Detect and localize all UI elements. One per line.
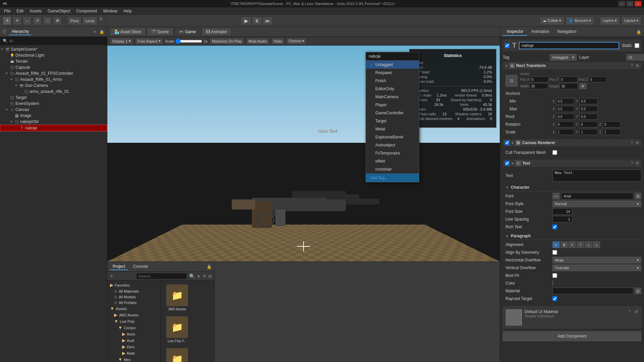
gear-icon[interactable]: ⚙ — [636, 161, 639, 166]
font-size-input[interactable] — [552, 208, 573, 215]
scale-x-input[interactable] — [556, 129, 575, 135]
list-item[interactable]: T naboje — [0, 125, 107, 131]
material-picker-button[interactable]: ◎ — [635, 288, 641, 294]
display-dropdown[interactable]: Display 1 ▾ — [110, 38, 133, 45]
tag-item-animobject[interactable]: Animobject — [366, 141, 419, 149]
align-top-button[interactable]: ⊤ — [577, 241, 584, 248]
tag-item-crosshair[interactable]: crosshair — [366, 165, 419, 173]
close-button[interactable]: ✕ — [635, 1, 641, 6]
sidebar-item-dem[interactable]: ▶ Dem — [107, 344, 161, 350]
paragraph-section-header[interactable]: ▼ Paragraph — [505, 232, 641, 240]
tag-item-explosivebarrel[interactable]: ExplosiveBarrel — [366, 133, 419, 141]
minimize-button[interactable]: ─ — [619, 1, 625, 6]
gear-icon[interactable]: ⚙ — [636, 140, 639, 145]
tag-item-untagged[interactable]: ✓ Untagged — [366, 61, 419, 69]
width-input[interactable] — [530, 83, 548, 89]
menu-help[interactable]: Help — [121, 8, 135, 14]
list-item[interactable]: ▼ ⬛ Assault_Rifle_01_FPSController — [0, 70, 107, 76]
anchor-max-y-input[interactable] — [579, 106, 598, 112]
scale-slider[interactable] — [175, 39, 202, 44]
add-component-button[interactable]: Add Component — [503, 331, 641, 341]
maximize-button[interactable]: □ — [627, 1, 633, 6]
best-fit-checkbox[interactable] — [552, 273, 557, 278]
help-icon[interactable]: ? — [631, 63, 633, 68]
rich-text-checkbox[interactable] — [552, 225, 557, 229]
list-item[interactable]: 📁 JMO Assets — [164, 283, 191, 312]
sidebar-item-mes[interactable]: ▼ Mes — [107, 356, 161, 362]
scale-z-input[interactable] — [602, 129, 621, 135]
tag-item-target[interactable]: Target — [366, 117, 419, 125]
font-input[interactable] — [561, 193, 633, 199]
tag-item-respawn[interactable]: Respawn — [366, 69, 419, 77]
align-left-button[interactable]: ≡ — [552, 241, 560, 248]
tab-navigation[interactable]: Navigation — [553, 28, 581, 36]
rect-transform-header[interactable]: ▼ ⊞ Rect Transform ? ⚙ — [503, 62, 641, 70]
tag-item-metal[interactable]: Metal — [366, 125, 419, 133]
canvas-renderer-enabled[interactable] — [505, 140, 509, 145]
tab-asset-store[interactable]: 🏪 Asset Store — [110, 28, 146, 36]
pause-button[interactable]: ⏸ — [252, 16, 262, 25]
menu-gameobject[interactable]: GameObject — [45, 8, 73, 14]
tab-inspector[interactable]: Inspector — [503, 28, 527, 36]
expand-button[interactable]: ⊞ — [579, 83, 587, 89]
list-item[interactable]: ▼ □ Canvas — [0, 107, 107, 113]
list-item[interactable]: ⬛ EventSystem — [0, 101, 107, 107]
sidebar-item-jmo[interactable]: ▶ JMO Assets — [107, 312, 161, 318]
vertical-overflow-dropdown[interactable]: Truncate ▾ — [552, 264, 641, 271]
layout-button[interactable]: Layout ▾ — [621, 16, 641, 25]
asset-search-input[interactable] — [136, 273, 187, 280]
color-swatch[interactable] — [552, 280, 553, 286]
align-center-button[interactable]: ≣ — [560, 241, 568, 248]
list-item[interactable]: 🖼 Image — [0, 113, 107, 119]
tab-animation[interactable]: Animation — [527, 28, 553, 36]
list-item[interactable]: ⬛ Target — [0, 95, 107, 101]
account-button[interactable]: 👤 Account ▾ — [566, 16, 594, 25]
list-item[interactable]: 📁 Low Poly F... — [164, 315, 191, 344]
settings-icon[interactable]: ⚙ — [203, 274, 206, 279]
gear-icon[interactable]: ⚙ — [635, 309, 638, 314]
star-icon[interactable]: ★ — [197, 274, 201, 279]
sidebar-item-all-materials[interactable]: ◎ All Materials — [107, 288, 161, 294]
search-icon[interactable]: 🔍 — [189, 274, 195, 279]
sidebar-item-all-models[interactable]: ◎ All Models — [107, 294, 161, 300]
aspect-dropdown[interactable]: Free Aspect ▾ — [135, 38, 163, 45]
list-item[interactable]: 📁 Scenes — [164, 347, 191, 362]
rot-y-input[interactable] — [579, 121, 598, 127]
font-style-dropdown[interactable]: Normal ▾ — [552, 200, 641, 207]
list-item[interactable]: ⬛ arms_assault_rifle_01 — [0, 88, 107, 95]
help-icon[interactable]: ? — [631, 161, 633, 166]
cull-checkbox[interactable] — [552, 150, 557, 155]
height-input[interactable] — [559, 83, 578, 89]
list-item[interactable]: ▼ ⬛ nabojeObr — [0, 119, 107, 125]
list-item[interactable]: 🏔 Terrain — [0, 58, 107, 64]
anchor-preset-button[interactable]: ⊡ — [505, 75, 518, 87]
tool-rect[interactable]: □ — [43, 16, 52, 25]
list-item[interactable]: 💡 Directional Light — [0, 52, 107, 58]
line-spacing-input[interactable] — [552, 216, 573, 223]
help-icon[interactable]: ? — [631, 140, 633, 145]
anchor-min-x-input[interactable] — [556, 98, 575, 104]
horizontal-overflow-dropdown[interactable]: Wrap ▾ — [552, 257, 641, 263]
pos-x-input[interactable] — [530, 76, 548, 82]
align-bottom-button[interactable]: ⊥ — [593, 241, 600, 248]
tag-item-maincamera[interactable]: MainCamera — [366, 93, 419, 101]
help-icon[interactable]: ? — [628, 309, 631, 314]
scale-y-input[interactable] — [579, 129, 598, 135]
tag-item-effekt[interactable]: effekt — [366, 157, 419, 165]
hierarchy-search-input[interactable] — [9, 39, 104, 43]
menu-window[interactable]: Window — [100, 8, 120, 14]
step-button[interactable]: ⏭ — [262, 16, 273, 25]
tab-animator[interactable]: 🎞 Animator — [202, 28, 231, 36]
pos-z-input[interactable] — [588, 76, 607, 82]
sidebar-item-anim[interactable]: ▶ Anim — [107, 331, 161, 337]
tab-scene[interactable]: 🎬 Scene — [147, 28, 173, 36]
text-component-header[interactable]: ▼ A Text ? ⚙ — [503, 160, 641, 167]
hierarchy-tab[interactable]: Hierarchy — [9, 28, 32, 35]
anchor-max-x-input[interactable] — [556, 106, 575, 112]
sidebar-item-compo[interactable]: ▼ Compo — [107, 324, 161, 331]
sidebar-item-all-prefabs[interactable]: ◎ All Prefabs — [107, 300, 161, 305]
list-item[interactable]: ⬛ Capsule — [0, 64, 107, 70]
add-tag-button[interactable]: Add Tag... — [366, 173, 419, 182]
pos-y-input[interactable] — [559, 76, 578, 82]
tool-hand[interactable]: ✕ — [13, 16, 21, 25]
